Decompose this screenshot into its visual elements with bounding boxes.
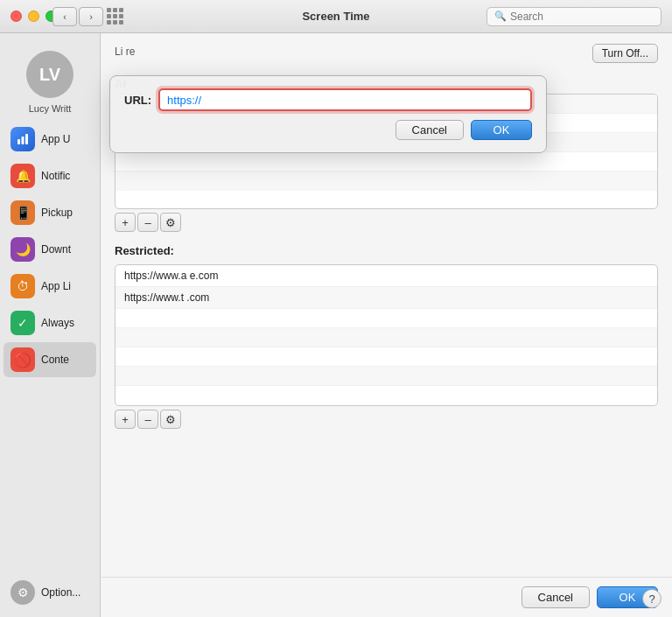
options-icon: ⚙ [10,580,35,605]
restricted-toolbar: + – ⚙ [115,406,658,432]
sidebar-label-notifications: Notific [41,170,70,182]
svg-rect-2 [25,134,28,144]
sidebar-label-pickups: Pickup [41,207,73,219]
dialog-ok-button[interactable]: OK [471,120,532,140]
always-on-icon: ✓ [10,311,35,335]
restricted-list: https://www.a e.com https://www.t .com [115,264,658,406]
url-input[interactable] [158,88,532,111]
app-usage-icon [10,127,35,151]
url-label: URL: [124,94,151,107]
sidebar-label-app-usage: App U [41,133,70,145]
avatar-section: LV Lucy Writt [0,40,100,121]
minimize-button[interactable] [28,11,39,22]
sidebar-item-app-limits[interactable]: ⏱ App Li [4,269,96,304]
svg-rect-1 [22,137,24,144]
restricted-section-row: Restricted: [115,244,658,261]
grid-button[interactable] [107,8,123,25]
bottom-bar: Cancel OK [101,577,672,617]
dialog-buttons: Cancel OK [124,120,532,140]
dialog-cancel-button[interactable]: Cancel [396,120,464,140]
sidebar-label-app-limits: App Li [41,280,71,292]
options-item[interactable]: ⚙ Option... [4,575,96,610]
app-limits-icon: ⏱ [10,274,35,298]
restricted-section-title: Restricted: [115,244,174,257]
avatar: LV [26,51,74,98]
restricted-row-2: https://www.t .com [116,287,657,309]
main-container: LV Lucy Writt App U 🔔 Notific 📱 Pickup 🌙 [0,33,672,617]
content-title: Li re [115,44,135,60]
sidebar-item-pickups[interactable]: 📱 Pickup [4,195,96,230]
search-input[interactable] [510,11,654,23]
sidebar-item-app-usage[interactable]: App U [4,122,96,157]
window-controls[interactable] [10,11,57,22]
allowed-gear-button[interactable]: ⚙ [160,213,181,232]
sidebar-item-content[interactable]: 🚫 Conte [4,342,96,377]
restricted-row-7 [116,386,657,405]
restricted-row-3 [116,309,657,328]
restricted-gear-button[interactable]: ⚙ [160,410,181,429]
sidebar-item-notifications[interactable]: 🔔 Notific [4,158,96,193]
search-icon: 🔍 [494,11,507,22]
allowed-toolbar: + – ⚙ [115,209,658,235]
restricted-row-4 [116,328,657,347]
restricted-remove-button[interactable]: – [137,410,158,429]
allowed-remove-button[interactable]: – [137,213,158,232]
help-button[interactable]: ? [642,589,662,608]
allowed-row-5 [116,172,657,191]
restricted-add-button[interactable]: + [115,410,136,429]
restricted-row-1: https://www.a e.com [116,265,657,287]
sidebar: LV Lucy Writt App U 🔔 Notific 📱 Pickup 🌙 [0,33,101,617]
title-bar: ‹ › Screen Time 🔍 [0,0,672,33]
restricted-list-inner: https://www.a e.com https://www.t .com [116,265,657,405]
bottom-cancel-button[interactable]: Cancel [522,586,590,608]
sidebar-label-downtime: Downt [41,243,71,256]
search-box[interactable]: 🔍 [486,7,662,26]
url-row: URL: [124,88,532,111]
nav-buttons[interactable]: ‹ › [52,7,103,26]
options-label: Option... [41,586,80,599]
content-header: Li re Turn Off... [101,33,672,70]
back-button[interactable]: ‹ [52,7,77,26]
allowed-row-4 [116,152,657,172]
content-icon: 🚫 [10,347,35,372]
sidebar-bottom: ⚙ Option... [0,568,100,617]
sidebar-item-downtime[interactable]: 🌙 Downt [4,232,96,267]
downtime-icon: 🌙 [10,237,35,262]
forward-button[interactable]: › [79,7,103,26]
restricted-row-6 [116,367,657,386]
turn-off-button[interactable]: Turn Off... [592,44,658,63]
notifications-icon: 🔔 [10,164,35,188]
url-dialog: URL: Cancel OK [109,75,547,153]
svg-rect-0 [18,139,20,144]
sidebar-label-always-on: Always [41,317,74,329]
allowed-add-button[interactable]: + [115,213,136,232]
content-area: Li re Turn Off... URL: Cancel OK Al [101,33,672,617]
close-button[interactable] [10,11,22,22]
restricted-row-5 [116,347,657,367]
user-name: Lucy Writt [7,103,93,114]
sidebar-item-always-on[interactable]: ✓ Always [4,305,96,340]
sidebar-label-content: Conte [41,354,69,366]
window-title: Screen Time [302,10,369,23]
pickups-icon: 📱 [10,200,35,225]
